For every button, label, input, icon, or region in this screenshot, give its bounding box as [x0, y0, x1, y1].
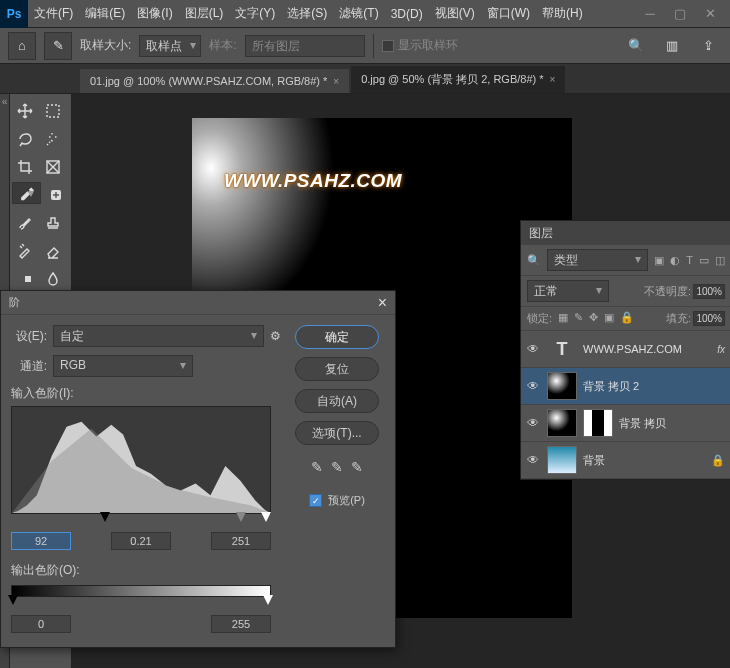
brush-tool[interactable] [12, 210, 38, 236]
reset-button[interactable]: 复位 [295, 357, 379, 381]
search-icon[interactable]: 🔍 [622, 32, 650, 60]
maximize-button[interactable]: ▢ [672, 6, 688, 22]
blur-tool[interactable] [40, 266, 66, 292]
ok-button[interactable]: 确定 [295, 325, 379, 349]
sample-layers-input[interactable]: 所有图层 [245, 35, 365, 57]
layer-name[interactable]: 背景 拷贝 2 [583, 379, 725, 394]
home-button[interactable]: ⌂ [8, 32, 36, 60]
gray-eyedropper-icon[interactable]: ✎ [331, 459, 343, 475]
dialog-close-icon[interactable]: × [378, 294, 387, 312]
white-eyedropper-icon[interactable]: ✎ [351, 459, 363, 475]
filter-adjust-icon[interactable]: ◐ [670, 254, 680, 267]
doc-tab-2[interactable]: 0.jpg @ 50% (背景 拷贝 2, RGB/8#) *× [351, 66, 565, 93]
history-brush-tool[interactable] [12, 238, 38, 264]
layer-row-text[interactable]: 👁 T WWW.PSAHZ.COM fx [521, 331, 730, 368]
visibility-icon[interactable]: 👁 [527, 453, 541, 467]
options-button[interactable]: 选项(T)... [295, 421, 379, 445]
healing-tool[interactable] [43, 182, 69, 208]
preset-select[interactable]: 自定 [53, 325, 264, 347]
preview-label: 预览(P) [328, 493, 365, 508]
crop-tool[interactable] [12, 154, 38, 180]
filter-type-icon[interactable]: T [686, 254, 693, 267]
lock-all-icon[interactable]: 🔒 [620, 311, 634, 326]
marquee-tool[interactable] [40, 98, 66, 124]
menu-layer[interactable]: 图层(L) [179, 5, 230, 22]
layers-panel-title[interactable]: 图层 [521, 221, 730, 245]
output-levels-label: 输出色阶(O): [11, 562, 281, 579]
menu-help[interactable]: 帮助(H) [536, 5, 589, 22]
input-white-value[interactable] [211, 532, 271, 550]
share-icon[interactable]: ⇪ [694, 32, 722, 60]
menu-3d[interactable]: 3D(D) [385, 7, 429, 21]
workspace-icon[interactable]: ▥ [658, 32, 686, 60]
layer-name[interactable]: WWW.PSAHZ.COM [583, 343, 711, 355]
output-white-slider[interactable] [263, 595, 273, 605]
search-icon[interactable]: 🔍 [527, 254, 541, 267]
gradient-tool[interactable] [12, 266, 38, 292]
sample-size-select[interactable]: 取样点 [139, 35, 201, 57]
eyedropper-tool[interactable] [12, 182, 41, 204]
blend-mode-select[interactable]: 正常 [527, 280, 609, 302]
gamma-slider[interactable] [236, 512, 246, 522]
lock-position-icon[interactable]: ✥ [589, 311, 598, 326]
layer-name[interactable]: 背景 [583, 453, 705, 468]
lock-transparent-icon[interactable]: ▦ [558, 311, 568, 326]
menu-filter[interactable]: 滤镜(T) [333, 5, 384, 22]
menu-view[interactable]: 视图(V) [429, 5, 481, 22]
fx-badge[interactable]: fx [717, 344, 725, 355]
black-eyedropper-icon[interactable]: ✎ [311, 459, 323, 475]
output-white-value[interactable] [211, 615, 271, 633]
layer-row-copy2[interactable]: 👁 背景 拷贝 2 [521, 368, 730, 405]
opacity-input[interactable] [693, 284, 725, 299]
move-tool[interactable] [12, 98, 38, 124]
channel-label: 通道: [11, 358, 47, 375]
preview-checkbox[interactable]: ✓ [309, 494, 322, 507]
input-gamma-value[interactable] [111, 532, 171, 550]
input-slider[interactable] [11, 512, 271, 526]
preset-gear-icon[interactable]: ⚙ [270, 329, 281, 343]
output-slider[interactable] [11, 595, 271, 609]
close-button[interactable]: ✕ [702, 6, 718, 22]
layer-name[interactable]: 背景 拷贝 [619, 416, 725, 431]
menu-select[interactable]: 选择(S) [281, 5, 333, 22]
fill-input[interactable] [693, 311, 725, 326]
filter-pixel-icon[interactable]: ▣ [654, 254, 664, 267]
preset-label: 设(E): [11, 328, 47, 345]
close-tab-icon[interactable]: × [333, 76, 339, 87]
lock-artboard-icon[interactable]: ▣ [604, 311, 614, 326]
stamp-tool[interactable] [40, 210, 66, 236]
sample-size-label: 取样大小: [80, 37, 131, 54]
channel-select[interactable]: RGB [53, 355, 193, 377]
document-tabs: 01.jpg @ 100% (WWW.PSAHZ.COM, RGB/8#) *×… [0, 64, 730, 94]
black-point-slider[interactable] [100, 512, 110, 522]
visibility-icon[interactable]: 👁 [527, 342, 541, 356]
menu-window[interactable]: 窗口(W) [481, 5, 536, 22]
minimize-button[interactable]: ─ [642, 6, 658, 22]
doc-tab-1[interactable]: 01.jpg @ 100% (WWW.PSAHZ.COM, RGB/8#) *× [80, 69, 349, 93]
layer-row-bg[interactable]: 👁 背景 🔒 [521, 442, 730, 479]
input-levels-label: 输入色阶(I): [11, 385, 281, 402]
lasso-tool[interactable] [12, 126, 38, 152]
tool-preset[interactable]: ✎ [44, 32, 72, 60]
auto-button[interactable]: 自动(A) [295, 389, 379, 413]
filter-smart-icon[interactable]: ◫ [715, 254, 725, 267]
menu-image[interactable]: 图像(I) [131, 5, 178, 22]
visibility-icon[interactable]: 👁 [527, 416, 541, 430]
menu-file[interactable]: 文件(F) [28, 5, 79, 22]
eraser-tool[interactable] [40, 238, 66, 264]
lock-pixels-icon[interactable]: ✎ [574, 311, 583, 326]
layer-filter-select[interactable]: 类型 [547, 249, 648, 271]
menu-edit[interactable]: 编辑(E) [79, 5, 131, 22]
white-point-slider[interactable] [261, 512, 271, 522]
input-black-value[interactable] [11, 532, 71, 550]
quick-select-tool[interactable] [40, 126, 66, 152]
menu-type[interactable]: 文字(Y) [229, 5, 281, 22]
close-tab-icon[interactable]: × [550, 74, 556, 85]
visibility-icon[interactable]: 👁 [527, 379, 541, 393]
frame-tool[interactable] [40, 154, 66, 180]
show-sampling-ring[interactable]: 显示取样环 [382, 37, 458, 54]
layer-row-copy[interactable]: 👁 背景 拷贝 [521, 405, 730, 442]
output-black-value[interactable] [11, 615, 71, 633]
output-black-slider[interactable] [8, 595, 18, 605]
filter-shape-icon[interactable]: ▭ [699, 254, 709, 267]
